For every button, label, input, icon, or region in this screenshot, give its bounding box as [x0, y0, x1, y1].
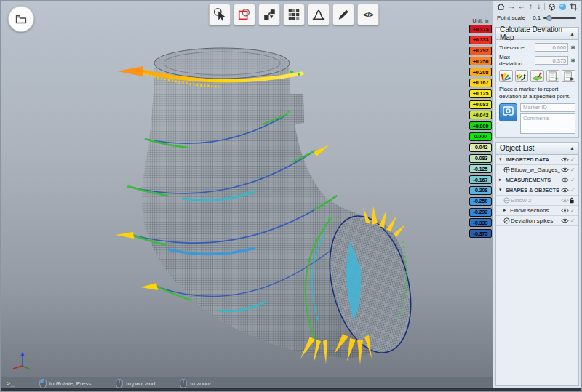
- legend-entry: +0.292: [469, 47, 492, 55]
- 3d-viewport[interactable]: </> Unit: in +0.375 +0.333 +0.292 +0.250…: [1, 1, 494, 392]
- chevron-down-icon[interactable]: ▾: [499, 187, 506, 193]
- select-checkbox[interactable]: ✓: [569, 177, 576, 183]
- item-label: MEASUREMENTS: [506, 177, 560, 183]
- pipe-elbow-scan-scene[interactable]: [1, 1, 494, 378]
- arrow-down-icon[interactable]: ↓: [536, 3, 541, 11]
- export-table-remove-icon: [563, 71, 574, 81]
- legend-entry: -0.250: [469, 197, 492, 206]
- object-list-section: Object List ▲ ▾ IMPORTED DATA ✓ Elbow_w: [495, 142, 579, 386]
- export-table-add-button[interactable]: [546, 70, 560, 82]
- collapse-up-icon[interactable]: ▲: [570, 145, 575, 151]
- command-prompt-icon[interactable]: >_: [7, 380, 15, 387]
- deviation-plane-button[interactable]: [530, 70, 544, 82]
- pan-hint: to pan, and: [116, 379, 155, 388]
- item-label: Elbow sections: [510, 207, 560, 214]
- collapse-up-icon[interactable]: ▲: [570, 31, 575, 36]
- max-deviation-label: Max deviation: [499, 54, 533, 67]
- select-checkbox[interactable]: ✓: [569, 207, 576, 214]
- object-list-title: Object List: [500, 144, 534, 152]
- object-list-item-elbow-sections[interactable]: ▸ Elbow sections ✓: [496, 206, 578, 216]
- max-deviation-input[interactable]: [535, 56, 568, 65]
- object-list-item-deviation-spikes[interactable]: Deviation spikes ✓: [496, 216, 578, 226]
- visibility-eye-icon[interactable]: [560, 188, 569, 193]
- select-checkbox[interactable]: ✓: [569, 187, 576, 193]
- region-select-tool-button[interactable]: [234, 4, 255, 25]
- zoom-hint: to zoom: [180, 379, 210, 388]
- item-label: Elbow 2: [511, 197, 560, 204]
- box-3d-view-icon[interactable]: [548, 3, 556, 11]
- object-list-item-measurements[interactable]: ▸ MEASUREMENTS ✓: [496, 175, 578, 185]
- view-navigation-bar: → ← ↑ ↓: [493, 1, 581, 12]
- legend-entry: -0.125: [469, 164, 492, 173]
- color-map-apply-icon: [516, 71, 527, 81]
- window-bottom-edge: [1, 388, 582, 391]
- region-select-icon: [237, 7, 252, 22]
- sphere-view-icon[interactable]: [559, 3, 567, 11]
- select-checkbox[interactable]: ✓: [569, 156, 576, 163]
- legend-unit-label: Unit: in: [469, 18, 492, 23]
- color-map-apply-button[interactable]: [515, 70, 529, 82]
- crop-view-icon[interactable]: [570, 3, 578, 11]
- legend-entry: +0.375: [469, 25, 492, 33]
- object-list-item-imported-data[interactable]: ▾ IMPORTED DATA ✓: [496, 155, 578, 165]
- application-window: </> Unit: in +0.375 +0.333 +0.292 +0.250…: [0, 0, 582, 392]
- slider-thumb[interactable]: [546, 15, 552, 21]
- lock-icon[interactable]: [569, 197, 576, 204]
- point-scale-label: Point scale: [497, 15, 525, 21]
- arrow-left-icon[interactable]: ←: [518, 3, 525, 11]
- deviation-map-header[interactable]: Calculate Deviation Map ▲: [495, 27, 579, 40]
- histogram-tool-button[interactable]: [308, 4, 330, 25]
- move-objects-tool-button[interactable]: [258, 4, 280, 25]
- chevron-right-icon[interactable]: ▸: [499, 177, 506, 183]
- code-icon: </>: [364, 10, 373, 19]
- visibility-eye-icon[interactable]: [560, 198, 569, 203]
- rotate-hint: to Rotate, Press: [39, 379, 91, 388]
- arrow-up-icon[interactable]: ↑: [528, 3, 533, 11]
- select-checkbox[interactable]: ✓: [569, 167, 576, 173]
- shape-sphere-icon: [503, 217, 511, 224]
- point-scale-slider[interactable]: [543, 15, 578, 22]
- legend-entry: 0.000: [469, 132, 492, 141]
- marker-id-input[interactable]: [520, 103, 575, 112]
- visibility-eye-icon[interactable]: [560, 157, 569, 162]
- max-deviation-options-icon[interactable]: ✱: [570, 57, 575, 64]
- legend-entry: +0.208: [469, 68, 492, 76]
- visibility-eye-icon[interactable]: [560, 167, 569, 172]
- deviation-color-legend: Unit: in +0.375 +0.333 +0.292 +0.250 +0.…: [469, 18, 492, 240]
- export-table-remove-button[interactable]: [562, 70, 575, 82]
- item-label: SHAPES & OBJECTS: [506, 187, 560, 193]
- legend-entry: -0.375: [469, 229, 492, 238]
- object-list-item-elbow-2[interactable]: Elbow 2: [496, 196, 578, 206]
- home-view-icon[interactable]: [497, 3, 505, 11]
- place-marker-button[interactable]: [499, 103, 517, 121]
- marker-pin-icon: [503, 106, 514, 119]
- item-label: Elbow_w_Gauges_1: [511, 167, 560, 173]
- visibility-eye-icon[interactable]: [560, 218, 569, 223]
- deviation-plane-icon: [532, 71, 543, 81]
- select-tool-button[interactable]: [209, 4, 231, 25]
- tolerance-options-icon[interactable]: ✱: [570, 44, 575, 51]
- chevron-right-icon[interactable]: ▸: [503, 207, 510, 213]
- comments-input[interactable]: [520, 113, 575, 134]
- annotate-tool-button[interactable]: [332, 4, 354, 25]
- visibility-eye-icon[interactable]: [560, 208, 569, 213]
- move-objects-icon: [262, 7, 276, 22]
- max-deviation-arrow: [117, 66, 143, 76]
- tolerance-input[interactable]: [535, 43, 568, 52]
- object-list-header[interactable]: Object List ▲: [495, 142, 579, 155]
- main-toolbar: </>: [209, 4, 379, 25]
- arrow-right-icon[interactable]: →: [508, 3, 515, 11]
- grid-view-tool-button[interactable]: [283, 4, 305, 25]
- select-checkbox[interactable]: ✓: [569, 217, 576, 224]
- folder-icon: [15, 15, 27, 24]
- script-tool-button[interactable]: </>: [357, 4, 379, 25]
- object-list-item-shapes-objects[interactable]: ▾ SHAPES & OBJECTS ✓: [496, 185, 578, 196]
- open-file-button[interactable]: [8, 6, 34, 32]
- marker-row: [499, 103, 575, 134]
- shape-sphere-icon: [503, 197, 511, 204]
- chevron-down-icon[interactable]: ▾: [499, 156, 506, 162]
- object-list-item-elbow-w-gauges-1[interactable]: Elbow_w_Gauges_1 ✓: [496, 165, 578, 175]
- legend-entry: -0.333: [469, 218, 492, 227]
- visibility-eye-icon[interactable]: [560, 177, 569, 183]
- color-map-button[interactable]: [499, 70, 513, 82]
